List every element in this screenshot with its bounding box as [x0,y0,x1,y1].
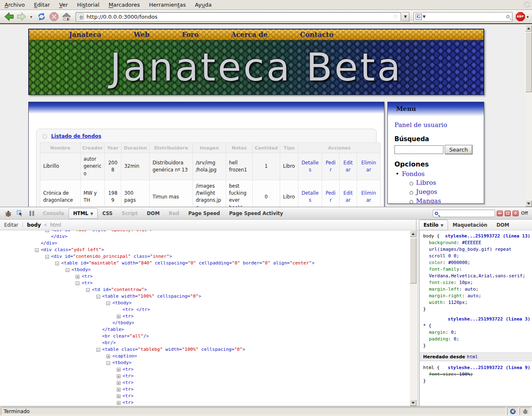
expand-icon[interactable]: + [117,374,121,378]
expand-icon[interactable]: + [117,388,121,392]
firebug-tab-css[interactable]: CSS [98,208,117,219]
firebug-tab-dom[interactable]: DOM [142,208,164,219]
css-property[interactable]: color: #000000; [423,259,530,266]
sidebar-search-input[interactable] [394,145,443,154]
tree-node[interactable]: +<tr> [0,313,416,320]
engine-dropdown-caret[interactable]: ▼ [423,15,426,19]
side-tab-maquetaci-n[interactable]: Maquetación [448,220,492,230]
menu-archivo[interactable]: Archivo [0,0,30,9]
search-bar[interactable]: G ▼ [414,12,512,22]
scroll-up-button[interactable] [525,25,532,32]
pause-icon[interactable] [27,209,37,218]
tree-node[interactable]: -<td id="contentrow"> [0,286,416,293]
tree-node[interactable]: -<tr> [0,280,416,286]
css-property[interactable]: margin: 0; [423,329,530,336]
tree-node[interactable]: +<tr> [0,399,416,406]
firebug-tab-page-speed[interactable]: Page Speed [184,208,224,219]
editar-link[interactable]: Editar [343,190,352,203]
back-button[interactable] [3,11,15,22]
menu-marcadores[interactable]: Marcadores [104,0,144,9]
tree-node[interactable]: <br/> [0,340,416,346]
side-tab-estilo[interactable]: Estilo▼ [419,220,448,230]
firebug-detach-button[interactable] [505,210,511,216]
eliminar-link[interactable]: Eliminar [361,190,376,203]
tree-node[interactable]: -<tbody> [0,267,416,273]
tree-node[interactable]: <tr> </tr> [0,306,416,313]
css-property[interactable]: margin-right: auto; [423,293,530,299]
stylesheet-link[interactable]: styleshe...251993722 (línea 13) [445,233,530,240]
breadcrumb-body[interactable]: body [27,222,41,228]
expand-icon[interactable]: + [117,381,121,385]
menu-herramientas[interactable]: Herramientas [145,0,191,9]
google-engine-icon[interactable]: G [416,14,422,20]
tree-node[interactable]: +<tr> [0,366,416,373]
tree-scroll-thumb[interactable] [410,238,416,284]
firebug-tab-page-speed-activity[interactable]: Page Speed Activity [224,208,288,219]
tree-node[interactable]: -<tbody> [0,300,416,306]
reload-button[interactable] [36,11,47,22]
inspect-element-icon[interactable] [15,209,25,218]
css-property[interactable]: font-size: 100%; [423,371,530,378]
tree-node[interactable]: <br clear="all"/> [0,333,416,340]
page-speed-status-icon[interactable] [507,407,519,415]
expand-icon[interactable]: + [117,368,121,372]
collapse-icon[interactable]: - [45,255,49,259]
editar-link[interactable]: Editar [343,160,352,173]
history-dropdown-caret[interactable]: ▾ [28,15,34,19]
tree-node[interactable]: +<caption> [0,353,416,360]
menu-editar[interactable]: Editar [30,0,55,9]
sidebar-search-button[interactable]: Search [445,145,472,154]
tree-node[interactable]: </table> [0,326,416,333]
collapse-icon[interactable]: - [45,230,49,232]
breadcrumb-html[interactable]: html [50,222,61,228]
css-property[interactable]: font-size: 10px; [423,279,530,286]
menu-ver[interactable]: Ver [54,0,72,9]
stop-button[interactable] [48,11,60,22]
tree-node[interactable]: </tbody> [0,320,416,326]
url-bar[interactable]: http://0.0.0.0:3000/fondos ☆ [76,12,401,22]
adblock-plus-control[interactable]: ABP ▾ [516,12,529,21]
css-property[interactable]: padding: 0; [423,336,530,343]
banner-link-janateca[interactable]: Janateca [69,31,101,39]
css-property[interactable]: background: #EEEEEE url(images/bg_body.g… [423,240,530,259]
collapse-icon[interactable]: - [66,268,69,272]
tree-node[interactable]: -<div class="ydsf left"> [0,247,416,253]
edit-button[interactable]: Editar [4,222,18,228]
detalles-link[interactable]: Detalles [302,190,319,203]
home-button[interactable] [61,11,72,22]
css-property[interactable]: margin-left: auto; [423,286,530,293]
collapse-icon[interactable]: - [106,301,110,305]
juegos-link[interactable]: Juegos [416,188,437,196]
menu-historial[interactable]: Historial [72,0,104,9]
stylesheet-link[interactable]: styleshe...251993722 (línea 3) [448,316,530,322]
banner-link-contacto[interactable]: Contacto [300,31,334,39]
panel-de-usuario-link[interactable]: Panel de usuario [394,121,477,129]
url-dropdown-button[interactable]: ▼ [402,12,409,22]
tree-node[interactable]: -<table id="maintable" width="840" cells… [0,260,416,267]
firebug-power-button[interactable] [512,210,519,216]
mangas-link[interactable]: Mangas [416,197,441,204]
libros-link[interactable]: Libros [416,179,436,187]
banner-link-foro[interactable]: Foro [182,31,199,39]
bookmark-star-icon[interactable]: ☆ [393,13,398,20]
tree-node[interactable]: -<table class="tablebg" width="100%" cel… [0,346,416,353]
detalles-link[interactable]: Detalles [302,160,319,173]
search-magnifier-icon[interactable] [506,15,510,18]
tree-scrollbar[interactable] [410,230,416,406]
tree-node[interactable]: -<div id="contenido_principal" class="in… [0,253,416,260]
expand-icon[interactable]: + [117,401,121,405]
forward-button[interactable] [16,11,27,22]
scroll-down-button[interactable] [525,200,532,207]
tree-node[interactable]: </div> [0,240,416,247]
panel-splitter[interactable] [417,230,420,406]
tree-node[interactable]: -<table width="100%" cellspacing="0"> [0,293,416,300]
page-scrollbar[interactable] [525,25,532,207]
eliminar-link[interactable]: Eliminar [361,160,376,173]
firebug-status-icon[interactable] [520,407,531,415]
expand-icon[interactable]: + [117,315,121,318]
collapse-icon[interactable]: - [96,348,100,352]
pedir-link[interactable]: Pedir [325,160,335,173]
banner-link-acerca-de[interactable]: Acerca de [231,31,268,39]
fondos-link[interactable]: Fondos [402,170,425,179]
css-property[interactable]: width: 1120px; [423,299,530,306]
